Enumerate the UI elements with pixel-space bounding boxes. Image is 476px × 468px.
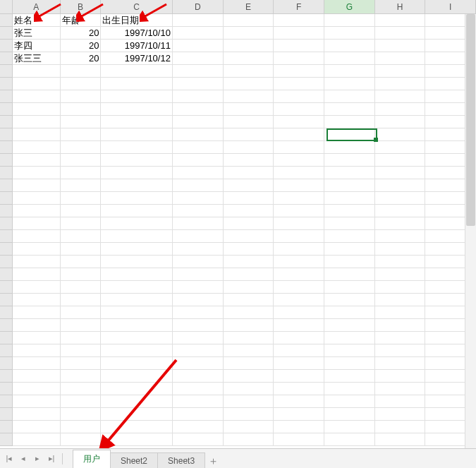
cell[interactable] xyxy=(224,230,274,243)
sheet-tab-user[interactable]: 用户 xyxy=(73,450,111,468)
row-header[interactable] xyxy=(0,52,13,65)
cell[interactable] xyxy=(224,408,274,421)
row-header[interactable] xyxy=(0,154,13,167)
cell[interactable] xyxy=(274,14,324,27)
cell[interactable] xyxy=(101,332,173,344)
cell[interactable] xyxy=(173,78,224,90)
cell[interactable] xyxy=(173,154,224,167)
cell[interactable] xyxy=(324,65,375,78)
cell[interactable] xyxy=(61,332,102,344)
cell[interactable] xyxy=(61,357,102,370)
cell[interactable] xyxy=(375,179,426,192)
cell[interactable] xyxy=(13,370,61,383)
tab-prev-icon[interactable]: ◂ xyxy=(17,452,30,466)
cell[interactable] xyxy=(61,128,102,141)
cell[interactable] xyxy=(61,319,102,332)
cell[interactable] xyxy=(224,357,274,370)
cell[interactable] xyxy=(173,256,224,268)
cell[interactable] xyxy=(324,332,375,344)
cell[interactable] xyxy=(324,230,375,243)
cell[interactable]: 出生日期 xyxy=(101,14,173,27)
cell[interactable] xyxy=(375,217,426,230)
cell[interactable] xyxy=(61,268,102,281)
cell[interactable] xyxy=(101,205,173,217)
cell[interactable] xyxy=(61,154,102,167)
cell[interactable] xyxy=(13,167,61,179)
cell[interactable] xyxy=(324,78,375,90)
cell[interactable] xyxy=(101,78,173,90)
row-header[interactable] xyxy=(0,395,13,408)
row-header[interactable] xyxy=(0,78,13,90)
cell[interactable] xyxy=(101,103,173,116)
cell[interactable] xyxy=(274,217,324,230)
cell[interactable] xyxy=(375,319,426,332)
cell[interactable] xyxy=(324,154,375,167)
row-header[interactable] xyxy=(0,27,13,40)
cell[interactable] xyxy=(101,167,173,179)
cell[interactable] xyxy=(13,217,61,230)
cell[interactable] xyxy=(101,281,173,294)
cell[interactable] xyxy=(173,319,224,332)
cell[interactable] xyxy=(13,154,61,167)
cell[interactable] xyxy=(13,383,61,395)
select-all-corner[interactable] xyxy=(0,0,13,14)
cell[interactable] xyxy=(13,243,61,256)
row-header[interactable] xyxy=(0,141,13,154)
cell[interactable] xyxy=(224,383,274,395)
cell[interactable] xyxy=(13,103,61,116)
cell[interactable] xyxy=(224,65,274,78)
cell[interactable] xyxy=(13,78,61,90)
cell[interactable] xyxy=(173,357,224,370)
cell[interactable] xyxy=(224,281,274,294)
cell[interactable] xyxy=(274,344,324,357)
cell[interactable] xyxy=(375,90,426,103)
cell[interactable] xyxy=(13,357,61,370)
row-header[interactable] xyxy=(0,357,13,370)
cell[interactable] xyxy=(61,256,102,268)
cell[interactable] xyxy=(224,243,274,256)
row-header[interactable] xyxy=(0,205,13,217)
row-header[interactable] xyxy=(0,167,13,179)
cell[interactable] xyxy=(324,281,375,294)
cell[interactable] xyxy=(224,192,274,205)
cell[interactable] xyxy=(173,268,224,281)
cell[interactable] xyxy=(324,344,375,357)
cell[interactable] xyxy=(375,205,426,217)
cell[interactable] xyxy=(274,256,324,268)
cell[interactable] xyxy=(173,344,224,357)
tab-last-icon[interactable]: ▸| xyxy=(45,452,58,466)
cell[interactable] xyxy=(324,319,375,332)
cell[interactable] xyxy=(274,205,324,217)
cell[interactable] xyxy=(375,230,426,243)
cell[interactable] xyxy=(61,90,102,103)
cell[interactable] xyxy=(375,52,426,65)
cell[interactable] xyxy=(173,230,224,243)
cell[interactable] xyxy=(173,14,224,27)
cell[interactable] xyxy=(324,52,375,65)
col-header-C[interactable]: C xyxy=(101,0,173,14)
cell[interactable] xyxy=(324,128,375,141)
row-header[interactable] xyxy=(0,116,13,128)
cell[interactable] xyxy=(324,306,375,319)
cell[interactable] xyxy=(61,243,102,256)
cell[interactable] xyxy=(324,383,375,395)
row-header[interactable] xyxy=(0,179,13,192)
cell[interactable] xyxy=(224,433,274,446)
cell[interactable] xyxy=(324,268,375,281)
cell[interactable] xyxy=(13,141,61,154)
cell[interactable] xyxy=(224,40,274,52)
add-sheet-icon[interactable]: ＋ xyxy=(205,455,221,468)
cell[interactable] xyxy=(224,344,274,357)
cell[interactable] xyxy=(324,27,375,40)
row-header[interactable] xyxy=(0,90,13,103)
cell[interactable] xyxy=(324,294,375,306)
cell[interactable] xyxy=(13,256,61,268)
cell[interactable] xyxy=(274,78,324,90)
cell[interactable]: 1997/10/10 xyxy=(101,27,173,40)
cell[interactable]: 张三 xyxy=(13,27,61,40)
cell[interactable] xyxy=(375,27,426,40)
cell[interactable] xyxy=(274,306,324,319)
cell[interactable] xyxy=(375,14,426,27)
cell[interactable] xyxy=(324,179,375,192)
cell[interactable] xyxy=(324,357,375,370)
